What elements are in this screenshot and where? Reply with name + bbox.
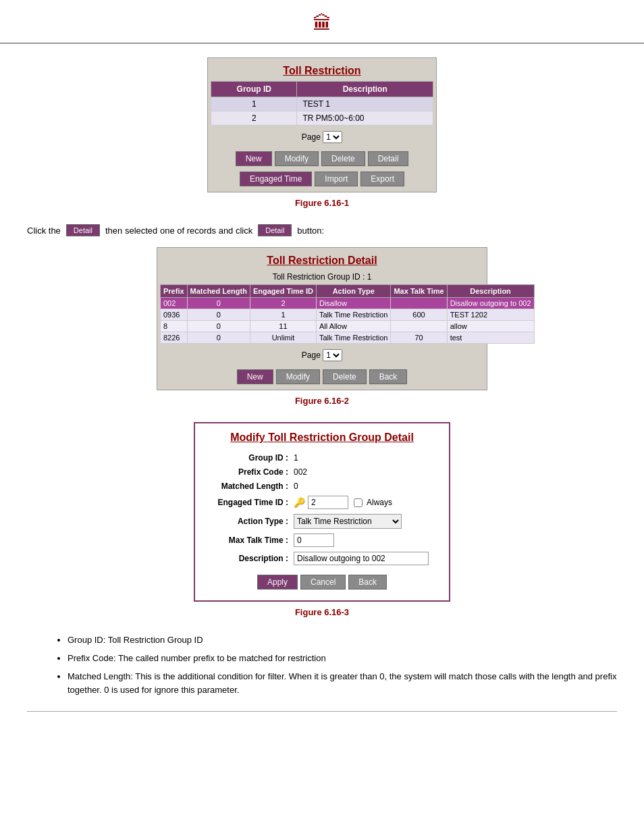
figure-3-container: Modify Toll Restriction Group Detail Gro… <box>27 422 617 617</box>
btn-row-1: New Modify Delete Detail <box>211 149 433 169</box>
prefix-code-field-value: 002 <box>294 467 307 477</box>
table-row[interactable]: 8 0 11 All Allow allow <box>161 321 535 332</box>
bullet-list: Group ID: Toll Restriction Group IDPrefi… <box>68 633 617 698</box>
btn-row-2: New Modify Delete Back <box>160 367 484 387</box>
delete-button-2[interactable]: Delete <box>323 369 367 384</box>
form-row-engaged-time: Engaged Time ID : 🔑 Always <box>206 496 438 509</box>
instruction-row: Click the Detail then selected one of re… <box>27 224 617 236</box>
max-talk-time-field-label: Max Talk Time : <box>206 536 294 545</box>
table-header-cell: Matched Length <box>187 285 250 298</box>
max-talk-time-input[interactable] <box>294 533 334 547</box>
engaged-time-field-label: Engaged Time ID : <box>206 498 294 507</box>
toll-restriction-panel: Toll Restriction Group ID Description 1T… <box>207 57 437 192</box>
export-button[interactable]: Export <box>360 172 404 186</box>
table-header-cell: Engaged Time ID <box>250 285 316 298</box>
instruction-detail-button[interactable]: Detail <box>66 224 100 236</box>
matched-length-field-label: Matched Length : <box>206 481 294 491</box>
table-row[interactable]: 8226 0 Unlimit Talk Time Restriction 70 … <box>161 332 535 344</box>
modify-button-2[interactable]: Modify <box>276 369 320 384</box>
btn-row-1b: Engaged Time Import Export <box>211 169 433 189</box>
table-header-cell: Prefix <box>161 285 188 298</box>
action-type-select[interactable]: Talk Time Restriction Disallow All Allow <box>294 514 402 529</box>
delete-button-1[interactable]: Delete <box>321 151 365 166</box>
figure-2-container: Toll Restriction Detail Toll Restriction… <box>27 247 617 406</box>
form-row-action-type: Action Type : Talk Time Restriction Disa… <box>206 514 438 529</box>
toll-restriction-detail-table: PrefixMatched LengthEngaged Time IDActio… <box>160 284 535 344</box>
page-label-1: Page <box>302 132 321 142</box>
table-header-cell: Action Type <box>316 285 390 298</box>
toll-restriction-detail-title: Toll Restriction Detail <box>160 251 484 271</box>
table-row[interactable]: 2TR PM5:00~6:00 <box>211 111 433 126</box>
form-row-group-id: Group ID : 1 <box>206 453 438 463</box>
table-row[interactable]: 0936 0 1 Talk Time Restriction 600 TEST … <box>161 309 535 321</box>
apply-button[interactable]: Apply <box>257 575 298 590</box>
figure-1-container: Toll Restriction Group ID Description 1T… <box>27 57 617 208</box>
instruction-text-middle: then selected one of records and click <box>105 226 252 236</box>
list-item: Prefix Code: The called number prefix to… <box>68 652 617 666</box>
modify-title: Modify Toll Restriction Group Detail <box>206 432 438 444</box>
new-button-1[interactable]: New <box>236 151 272 166</box>
page-content: Toll Restriction Group ID Description 1T… <box>0 57 644 712</box>
toll-restriction-detail-panel: Toll Restriction Detail Toll Restriction… <box>157 247 487 390</box>
new-button-2[interactable]: New <box>237 369 273 384</box>
import-button[interactable]: Import <box>315 172 358 186</box>
modify-panel: Modify Toll Restriction Group Detail Gro… <box>194 422 450 602</box>
prefix-code-field-label: Prefix Code : <box>206 467 294 477</box>
table-header-cell: Max Talk Time <box>391 285 447 298</box>
engaged-time-icon[interactable]: 🔑 <box>294 497 305 508</box>
col-group-id: Group ID <box>211 82 297 97</box>
table-header-cell: Description <box>447 285 534 298</box>
table-row[interactable]: 1TEST 1 <box>211 97 433 111</box>
group-id-field-value: 1 <box>294 453 298 463</box>
page-select-row-1: Page 1 <box>211 126 433 149</box>
action-type-field-label: Action Type : <box>206 517 294 526</box>
figure-1-label: Figure 6.16-1 <box>295 198 349 208</box>
group-id-field-label: Group ID : <box>206 453 294 463</box>
page-select-2[interactable]: 1 <box>323 349 342 361</box>
page-select-row-2: Page 1 <box>160 344 484 367</box>
bottom-line <box>27 711 617 712</box>
btn-row-3: Apply Cancel Back <box>206 572 438 592</box>
toll-restriction-table: Group ID Description 1TEST 12TR PM5:00~6… <box>211 81 433 126</box>
always-checkbox[interactable] <box>354 498 363 507</box>
form-row-prefix-code: Prefix Code : 002 <box>206 467 438 477</box>
engaged-time-button[interactable]: Engaged Time <box>240 172 312 186</box>
instruction-detail-button-2[interactable]: Detail <box>258 224 292 236</box>
table-row[interactable]: 002 0 2 Disallow Disallow outgoing to 00… <box>161 298 535 309</box>
instruction-text-before: Click the <box>27 226 61 236</box>
form-row-matched-length: Matched Length : 0 <box>206 481 438 491</box>
description-field-label: Description : <box>206 554 294 563</box>
back-button-3[interactable]: Back <box>348 575 387 590</box>
form-row-max-talk-time: Max Talk Time : <box>206 533 438 547</box>
engaged-time-input[interactable] <box>308 496 348 509</box>
page-select-1[interactable]: 1 <box>323 131 342 143</box>
page-header: 🏛 <box>0 0 644 44</box>
matched-length-field-value: 0 <box>294 481 298 491</box>
cancel-button[interactable]: Cancel <box>300 575 346 590</box>
list-item: Matched Length: This is the additional c… <box>68 670 617 698</box>
instruction-text-after: button: <box>297 226 324 236</box>
group-id-label: Toll Restriction Group ID : 1 <box>160 271 484 284</box>
modify-button-1[interactable]: Modify <box>275 151 319 166</box>
back-button-2[interactable]: Back <box>369 369 408 384</box>
logo-icon: 🏛 <box>313 12 331 34</box>
toll-restriction-title: Toll Restriction <box>211 61 433 81</box>
col-description: Description <box>297 82 433 97</box>
detail-button-1[interactable]: Detail <box>368 151 409 166</box>
figure-3-label: Figure 6.16-3 <box>295 607 349 617</box>
always-label: Always <box>367 498 392 507</box>
description-input[interactable] <box>294 552 429 565</box>
form-row-description: Description : <box>206 552 438 565</box>
page-label-2: Page <box>302 350 321 360</box>
list-item: Group ID: Toll Restriction Group ID <box>68 633 617 648</box>
figure-2-label: Figure 6.16-2 <box>295 396 349 406</box>
